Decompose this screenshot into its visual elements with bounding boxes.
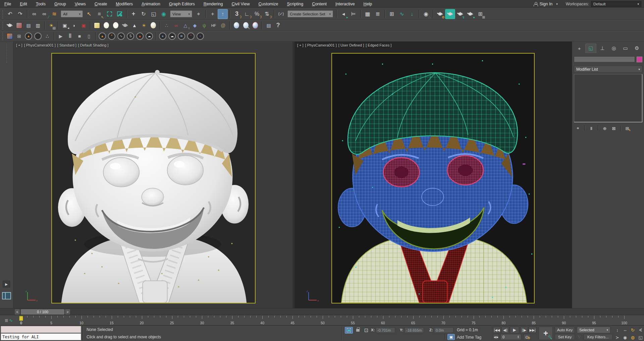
- viewport-menu-shading[interactable]: [ Default Shading ]: [78, 43, 109, 47]
- fluid-emitter-icon[interactable]: [5, 32, 14, 41]
- menu-file[interactable]: File: [0, 0, 15, 8]
- snow-particles-icon[interactable]: ∴: [43, 32, 52, 41]
- key-path-icon[interactable]: ∵: [576, 334, 582, 340]
- set-key-button[interactable]: Set Key: [555, 334, 575, 340]
- render-preview-icon[interactable]: [14, 21, 24, 30]
- curly-hair-icon[interactable]: @: [218, 21, 228, 30]
- menu-create[interactable]: Create: [90, 0, 112, 8]
- absolute-mode-toggle[interactable]: ⊡: [363, 327, 370, 334]
- camera-safe-frame[interactable]: [331, 53, 535, 303]
- add-time-tag-label[interactable]: Add Time Tag: [457, 335, 481, 340]
- blue-sphere-icon[interactable]: [232, 21, 241, 30]
- smoke-fx-icon[interactable]: ∿: [116, 32, 126, 41]
- render-teapot-icon[interactable]: [5, 21, 14, 30]
- cone-icon[interactable]: ▲: [130, 21, 139, 30]
- time-slider-prev-button[interactable]: <: [15, 309, 20, 315]
- toolbar-grip[interactable]: [2, 32, 4, 40]
- toolbar-grip[interactable]: [6, 43, 8, 63]
- window-crossing-icon[interactable]: [114, 9, 124, 19]
- menu-graph-editors[interactable]: Graph Editors: [165, 0, 199, 8]
- khaki-egg-icon[interactable]: [149, 21, 158, 30]
- reference-coordinate-dropdown[interactable]: View▾: [170, 10, 192, 17]
- play-button[interactable]: ▶: [510, 327, 519, 333]
- fire-fx-icon[interactable]: ▲: [98, 32, 107, 41]
- pan-hand-icon[interactable]: ⇔: [622, 327, 629, 333]
- utilities-tab[interactable]: ⚙: [632, 44, 642, 53]
- help-icon[interactable]: ?: [273, 21, 283, 30]
- next-frame-button[interactable]: ||▶: [520, 327, 528, 333]
- inspect-sphere-icon[interactable]: ↖: [241, 21, 251, 30]
- render-gallery-icon[interactable]: ⊞⊞: [475, 9, 485, 19]
- glow-box-icon[interactable]: [92, 21, 102, 30]
- schematic-view-icon[interactable]: ↓: [407, 9, 417, 19]
- menu-edit[interactable]: Edit: [15, 0, 32, 8]
- remove-modifier-button[interactable]: ⊠: [610, 125, 618, 132]
- glow-egg-icon[interactable]: [111, 21, 120, 30]
- mirror-icon[interactable]: ◂▸: [338, 9, 348, 19]
- isolate-selection-toggle[interactable]: [345, 327, 353, 334]
- select-and-manipulate-icon[interactable]: +: [208, 9, 218, 19]
- menu-modifiers[interactable]: Modifiers: [111, 0, 137, 8]
- layer-explorer-icon[interactable]: ≣: [373, 9, 383, 19]
- snap-toggle-3d-icon[interactable]: 3ʔ: [232, 9, 242, 19]
- particle-array-icon[interactable]: ∴: [162, 21, 171, 30]
- selection-lock-toggle[interactable]: [355, 328, 361, 333]
- new-document-icon[interactable]: ▤: [264, 21, 273, 30]
- menu-civil-view[interactable]: Civil View: [227, 0, 254, 8]
- orbit-camera-icon[interactable]: ◍: [629, 334, 636, 341]
- select-and-scale-icon[interactable]: ◱: [149, 9, 159, 19]
- fire-preset-icon[interactable]: ▲: [24, 32, 33, 41]
- select-and-place-icon[interactable]: ◉: [159, 9, 169, 19]
- spray-fx-icon[interactable]: ≋: [177, 32, 186, 41]
- menu-group[interactable]: Group: [50, 0, 70, 8]
- hierarchy-tab[interactable]: ⊥: [597, 44, 608, 53]
- x-coordinate-field[interactable]: -0.701m: [376, 327, 395, 333]
- video-camera-icon[interactable]: ▣◂: [60, 21, 69, 30]
- viewport-menu-shading[interactable]: [ Edged Faces ]: [366, 43, 391, 47]
- keying-target-dropdown[interactable]: Selected ▾: [577, 327, 610, 333]
- workspace-dropdown[interactable]: Default ▾: [591, 1, 641, 7]
- y-coordinate-field[interactable]: -18.655m: [405, 327, 424, 333]
- select-object-icon[interactable]: ↖: [84, 9, 94, 19]
- viewport-menu-general[interactable]: [ + ]: [297, 43, 304, 47]
- percent-snap-icon[interactable]: %ʔ: [252, 9, 262, 19]
- red-camera-icon[interactable]: ▣: [79, 21, 88, 30]
- angle-snap-icon[interactable]: ∟ʔ: [242, 9, 252, 19]
- crystal-icon[interactable]: ◆: [190, 21, 200, 30]
- hair-fur-icon[interactable]: HF: [209, 21, 218, 30]
- orbit-icon[interactable]: ↻: [629, 327, 636, 333]
- pin-stack-button[interactable]: ⌖: [574, 125, 582, 132]
- viewport-menu-camera[interactable]: [ PhysCamera001 ]: [24, 43, 56, 47]
- time-configuration-button[interactable]: ⊙⚙: [523, 334, 531, 340]
- configure-modifier-sets-button[interactable]: ⊞✎: [623, 125, 631, 132]
- render-production-icon[interactable]: ↯: [455, 9, 465, 19]
- key-filters-button[interactable]: Key Filters...: [584, 334, 612, 340]
- splash-fx-icon[interactable]: *: [186, 32, 196, 41]
- pause-simulation-icon[interactable]: ‖: [65, 32, 75, 41]
- render-setup-icon[interactable]: ⚙: [435, 9, 445, 19]
- maximize-viewport-toggle-icon[interactable]: ◱: [637, 334, 644, 341]
- select-and-link-icon[interactable]: ∞: [29, 9, 39, 19]
- current-frame-field[interactable]: 0 ▲▼: [500, 334, 521, 340]
- make-unique-button[interactable]: ⊕: [601, 125, 609, 132]
- viewport-shaded[interactable]: [ + ] [ PhysCamera001 ] [ Standard ] [ D…: [13, 42, 292, 308]
- time-tag-cube-icon[interactable]: ▣: [447, 334, 455, 340]
- camera-safe-frame[interactable]: [51, 53, 256, 303]
- light-lister-icon[interactable]: ☀▤: [47, 21, 56, 30]
- modifier-stack[interactable]: [574, 74, 642, 122]
- selected-sphere-icon[interactable]: [251, 21, 260, 30]
- fluid-grid-icon[interactable]: ⊞: [14, 32, 24, 41]
- listener-macro-row[interactable]: [1, 326, 81, 333]
- selection-filter-dropdown[interactable]: All▾: [61, 10, 83, 17]
- ribbon-toggle-icon[interactable]: ⊞: [387, 9, 397, 19]
- scene-explorer-icon[interactable]: ▦: [363, 9, 373, 19]
- viewport-layout-tab-icon[interactable]: [2, 292, 11, 299]
- keyboard-override-toggle[interactable]: ↑: [218, 9, 228, 19]
- viewport-menu-style[interactable]: [ User Defined ]: [338, 43, 364, 47]
- open-mini-curve-editor-button[interactable]: ≣∿: [2, 316, 15, 325]
- rendered-frame-window-icon[interactable]: [445, 9, 455, 19]
- set-keys-button[interactable]: +: [539, 327, 553, 340]
- toolbar-grip[interactable]: [2, 21, 4, 29]
- toolbar-grip[interactable]: [2, 9, 4, 19]
- menu-animation[interactable]: Animation: [137, 0, 165, 8]
